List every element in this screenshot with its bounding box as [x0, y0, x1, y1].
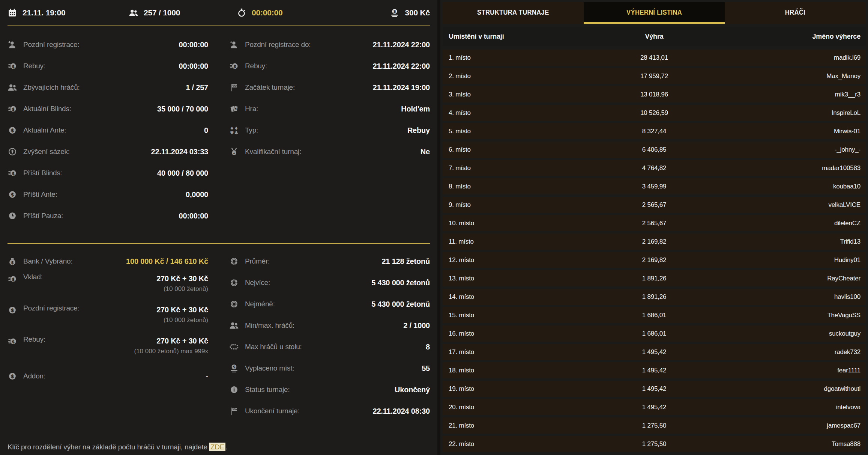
stat-value: 21.11. 19:00 — [23, 8, 65, 17]
tab-struktura-turnaje[interactable]: STRUKTURA TURNAJE — [443, 2, 584, 24]
winner-name: madar100583 — [725, 164, 866, 172]
winner-prize: 3 459,99 — [584, 183, 725, 190]
winner-prize: 1 686,01 — [584, 330, 725, 337]
winner-place: 4. místo — [443, 109, 584, 117]
info-row: Příští Blinds: 40 000 / 80 000 — [8, 162, 208, 184]
tab-hraci[interactable]: HRÁČI — [725, 2, 866, 24]
winner-prize: 1 495,42 — [584, 367, 725, 374]
coin-slot-icon — [390, 8, 399, 18]
col-header-name: Jméno výherce — [725, 33, 866, 41]
winner-place: 12. místo — [443, 256, 584, 264]
info-row: Zbývajících hráčů: 1 / 257 — [8, 77, 208, 98]
winner-prize: 8 327,44 — [584, 128, 725, 135]
info-value: 35 000 / 70 000 — [71, 103, 208, 115]
info-label: Pozdní registrace: — [23, 304, 80, 312]
info-label: Pozdní registrace: — [23, 41, 80, 49]
winner-row: 9. místo 2 565,67 velkaLVICE — [443, 197, 866, 213]
info-label: Kvalifikační turnaj: — [245, 148, 301, 156]
winner-row: 16. místo 1 686,01 suckoutguy — [443, 325, 866, 342]
winner-row: 7. místo 4 764,82 madar100583 — [443, 160, 866, 176]
info-row: Rebuy: 00:00:00 — [8, 55, 208, 77]
card-suits-icon — [229, 125, 239, 135]
arrow-up-circle-icon — [8, 147, 17, 157]
info-row: Pozdní registrace do: 21.11.2024 22:00 — [229, 34, 430, 55]
winner-prize: 4 764,82 — [584, 164, 725, 172]
winners-table: 1. místo 28 413,01 madik.l69 2. místo 17… — [443, 50, 866, 454]
winner-prize: 6 406,85 — [584, 146, 725, 154]
person-plus-icon — [8, 40, 17, 50]
info-row: Příští Ante: 0,0000 — [8, 184, 208, 205]
winner-row: 10. místo 2 565,67 dilelenCZ — [443, 215, 866, 231]
poker-table-icon — [229, 342, 239, 352]
section-divider — [8, 243, 430, 244]
winner-name: InspireLoL — [725, 109, 866, 117]
info-label: Addon: — [23, 372, 45, 380]
tab-vyherni-listina[interactable]: VÝHERNÍ LISTINA — [584, 2, 725, 24]
coins-icon — [8, 274, 17, 284]
info-label: Vyplaceno míst: — [245, 364, 294, 372]
info-column-left: Bank / Vybráno: 100 000 Kč / 146 610 Kč … — [8, 250, 208, 422]
info-row: Typ: Rebuy — [229, 119, 430, 141]
clock-icon — [8, 211, 17, 221]
info-value: 2 / 1000 — [294, 320, 430, 331]
zde-link[interactable]: ZDE — [209, 443, 225, 451]
medal-icon — [229, 147, 239, 157]
tab-label: HRÁČI — [785, 8, 805, 17]
winner-row: 21. místo 1 275,50 jamespac67 — [443, 417, 866, 434]
info-row: Max hráčů u stolu: 8 — [229, 336, 430, 357]
winner-prize: 2 169,82 — [584, 238, 725, 246]
info-value: - — [45, 371, 208, 382]
info-label: Ukončení turnaje: — [245, 407, 300, 415]
coins-icon — [8, 104, 17, 114]
payout-key-suffix: . — [225, 443, 227, 451]
info-label: Nejméně: — [245, 300, 275, 308]
info-label: Začátek turnaje: — [245, 83, 295, 92]
info-value: 22.11.2024 03:33 — [70, 146, 208, 157]
info-label: Rebuy: — [23, 62, 45, 70]
winner-place: 13. místo — [443, 275, 584, 282]
info-column-left: Pozdní registrace: 00:00:00 Rebuy: 00:00… — [8, 34, 208, 226]
info-value: 0 — [66, 125, 208, 136]
person-plus-icon — [229, 40, 239, 50]
winner-name: -_johny_- — [725, 146, 866, 154]
winner-name: velkaLVICE — [725, 201, 866, 209]
winner-prize: 2 169,82 — [584, 256, 725, 264]
stat-value: 00:00:00 — [252, 8, 282, 17]
winner-name: Trifid13 — [725, 238, 866, 246]
info-label: Aktuální Blinds: — [23, 105, 71, 113]
winner-prize: 13 018,96 — [584, 91, 725, 98]
coin-slot-icon — [229, 363, 239, 373]
info-subvalue: (10 000 žetonů) max 999x — [45, 347, 208, 356]
info-row: Ukončení turnaje: 22.11.2024 08:30 — [229, 400, 430, 422]
winner-row: 2. místo 17 959,72 Max_Manoy — [443, 68, 866, 84]
winner-prize: 2 565,67 — [584, 220, 725, 227]
info-row: Pozdní registrace: 00:00:00 — [8, 34, 208, 55]
info-value: 00:00:00 — [80, 39, 208, 50]
info-value: 0,0000 — [57, 189, 208, 200]
info-value: 21 128 žetonů — [270, 256, 430, 267]
winner-row: 8. místo 3 459,99 koubaa10 — [443, 178, 866, 194]
info-value: 22.11.2024 08:30 — [300, 405, 430, 417]
winner-row: 12. místo 2 169,82 Hudiny01 — [443, 252, 866, 268]
info-label: Typ: — [245, 126, 258, 134]
info-label: Aktuální Ante: — [23, 126, 66, 134]
info-value: 5 430 000 žetonů — [275, 298, 430, 310]
info-row: Začátek turnaje: 21.11.2024 19:00 — [229, 77, 430, 98]
winners-panel: STRUKTURA TURNAJE VÝHERNÍ LISTINA HRÁČI … — [440, 0, 868, 455]
poker-chip-icon — [229, 299, 239, 309]
info-row: Vyplaceno míst: 55 — [229, 357, 430, 379]
info-value: 40 000 / 80 000 — [62, 167, 208, 179]
winner-name: Tomsa888 — [725, 440, 866, 448]
winner-prize: 1 686,01 — [584, 312, 725, 319]
winner-place: 20. místo — [443, 404, 584, 411]
winner-prize: 1 495,42 — [584, 385, 725, 393]
info-value: Ne — [301, 146, 430, 157]
dollar-circle-icon — [8, 305, 17, 315]
poker-chip-icon — [229, 278, 239, 288]
info-row: Rebuy: 270 Kč + 30 Kč (10 000 žetonů) ma… — [8, 334, 208, 356]
winner-place: 3. místo — [443, 91, 584, 98]
info-label: Rebuy: — [23, 335, 45, 344]
stat-value: 257 / 1000 — [144, 8, 180, 17]
winner-name: Mirwis-01 — [725, 128, 866, 135]
info-row: Průměr: 21 128 žetonů — [229, 250, 430, 272]
